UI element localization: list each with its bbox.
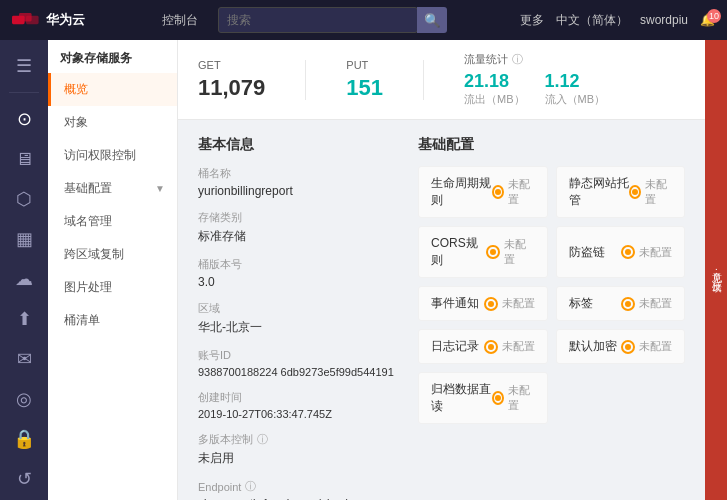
- label-version: 桶版本号: [198, 257, 398, 272]
- info-created-time: 创建时间 2019-10-27T06:33:47.745Z: [198, 390, 398, 420]
- sidebar-item-image[interactable]: 图片处理: [48, 271, 177, 304]
- nav-compute[interactable]: 🖥: [4, 141, 44, 177]
- search-input[interactable]: [218, 7, 418, 33]
- config-grid: 生命周期规则 未配置 静态网站托管 未配置: [418, 166, 685, 424]
- outbound-label: 流出（MB）: [464, 92, 525, 107]
- info-account-id: 账号ID 9388700188224 6db9273e5f99d544191: [198, 348, 398, 378]
- info-versioning: 多版本控制 ⓘ 未启用: [198, 432, 398, 467]
- content-area: GET 11,079 PUT 151 流量统计 ⓘ 21.18 流出（MB）: [178, 40, 705, 500]
- notification-badge: 10: [707, 9, 721, 23]
- config-lifecycle-status: 未配置: [492, 177, 535, 207]
- value-account-id: 9388700188224 6db9273e5f99d544191: [198, 366, 398, 378]
- encryption-status-dot[interactable]: [621, 340, 635, 354]
- config-static-website-status: 未配置: [629, 177, 672, 207]
- hotlink-status-dot[interactable]: [621, 245, 635, 259]
- config-archive-direct-read: 归档数据直读 未配置: [418, 372, 548, 424]
- sidebar-item-access-control[interactable]: 访问权限控制: [48, 139, 177, 172]
- traffic-info-icon[interactable]: ⓘ: [512, 52, 523, 67]
- config-tags-status: 未配置: [621, 296, 672, 311]
- nav-divider: [9, 92, 39, 93]
- sidebar-narrow: ☰ ⊙ 🖥 ⬡ ▦ ☁ ⬆ ✉ ◎ 🔒 ↺: [0, 40, 48, 500]
- sidebar-section-title: 对象存储服务: [48, 40, 177, 73]
- search-bar: 🔍: [218, 7, 508, 33]
- basic-info-panel: 基本信息 桶名称 yurionbillingreport 存储类别 标准存储 桶…: [198, 136, 398, 500]
- get-value: 11,079: [198, 75, 265, 101]
- nav-security[interactable]: 🔒: [4, 421, 44, 457]
- basic-config-title: 基础配置: [418, 136, 685, 154]
- config-hotlink-label: 防盗链: [569, 244, 605, 261]
- value-region: 华北-北京一: [198, 319, 398, 336]
- config-logging: 日志记录 未配置: [418, 329, 548, 364]
- nav-home[interactable]: ⊙: [4, 101, 44, 137]
- config-logging-status: 未配置: [484, 339, 535, 354]
- brand-name: 华为云: [46, 11, 85, 29]
- config-logging-label: 日志记录: [431, 338, 479, 355]
- label-versioning: 多版本控制 ⓘ: [198, 432, 398, 447]
- config-tags: 标签 未配置: [556, 286, 686, 321]
- info-region: 区域 华北-北京一: [198, 301, 398, 336]
- nav-monitor[interactable]: ◎: [4, 381, 44, 417]
- logging-status-text: 未配置: [502, 339, 535, 354]
- config-static-website: 静态网站托管 未配置: [556, 166, 686, 218]
- cors-status-dot[interactable]: [486, 245, 499, 259]
- endpoint-info-icon[interactable]: ⓘ: [245, 479, 256, 494]
- content-body: 基本信息 桶名称 yurionbillingreport 存储类别 标准存储 桶…: [178, 120, 705, 500]
- sidebar-item-basic-config[interactable]: 基础配置 ▼: [48, 172, 177, 205]
- value-storage-type: 标准存储: [198, 228, 398, 245]
- lifecycle-status-text: 未配置: [508, 177, 535, 207]
- config-tags-label: 标签: [569, 295, 593, 312]
- nav-storage[interactable]: ▦: [4, 221, 44, 257]
- nav-menu-toggle[interactable]: ☰: [4, 48, 44, 84]
- value-bucket-name: yurionbillingreport: [198, 184, 398, 198]
- event-notification-status-text: 未配置: [502, 296, 535, 311]
- static-website-status-dot[interactable]: [629, 185, 641, 199]
- config-event-notification-status: 未配置: [484, 296, 535, 311]
- sidebar-item-overview[interactable]: 概览: [48, 73, 177, 106]
- label-account-id: 账号ID: [198, 348, 398, 363]
- info-endpoint: Endpoint ⓘ obs.cn-north-1.myhuaweicloud.…: [198, 479, 398, 500]
- language-selector[interactable]: 中文（简体）: [556, 12, 628, 29]
- label-bucket-name: 桶名称: [198, 166, 398, 181]
- traffic-row: 21.18 流出（MB） 1.12 流入（MB）: [464, 71, 605, 107]
- put-label: PUT: [346, 59, 383, 71]
- stat-traffic: 流量统计 ⓘ 21.18 流出（MB） 1.12 流入（MB）: [464, 52, 605, 107]
- topbar: 华为云 控制台 🔍 更多 中文（简体） swordpiu 🔔 10: [0, 0, 727, 40]
- archive-direct-read-status-dot[interactable]: [492, 391, 504, 405]
- search-button[interactable]: 🔍: [417, 7, 447, 33]
- control-panel-label[interactable]: 控制台: [154, 12, 206, 29]
- event-notification-status-dot[interactable]: [484, 297, 498, 311]
- config-encryption: 默认加密 未配置: [556, 329, 686, 364]
- config-archive-direct-read-label: 归档数据直读: [431, 381, 492, 415]
- config-encryption-status: 未配置: [621, 339, 672, 354]
- stat-put: PUT 151: [346, 59, 383, 101]
- tags-status-text: 未配置: [639, 296, 672, 311]
- username-label[interactable]: swordpiu: [640, 13, 688, 27]
- basic-config-panel: 基础配置 生命周期规则 未配置 静态网站托管 未配置: [418, 136, 685, 500]
- hotlink-status-text: 未配置: [639, 245, 672, 260]
- more-label[interactable]: 更多: [520, 12, 544, 29]
- sidebar-item-domain[interactable]: 域名管理: [48, 205, 177, 238]
- nav-upload[interactable]: ⬆: [4, 301, 44, 337]
- value-version: 3.0: [198, 275, 398, 289]
- notification-icon[interactable]: 🔔 10: [700, 13, 715, 27]
- tags-status-dot[interactable]: [621, 297, 635, 311]
- traffic-label: 流量统计: [464, 52, 508, 67]
- basic-info-title: 基本信息: [198, 136, 398, 154]
- sidebar-item-inventory[interactable]: 桶清单: [48, 304, 177, 337]
- nav-cloud[interactable]: ☁: [4, 261, 44, 297]
- traffic-outbound: 21.18 流出（MB）: [464, 71, 525, 107]
- config-cors-label: CORS规则: [431, 235, 486, 269]
- outbound-value: 21.18: [464, 71, 525, 92]
- sidebar-item-objects[interactable]: 对象: [48, 106, 177, 139]
- feedback-panel[interactable]: 意见·反馈: [705, 40, 727, 500]
- get-label: GET: [198, 59, 265, 71]
- archive-direct-read-status-text: 未配置: [508, 383, 535, 413]
- nav-message[interactable]: ✉: [4, 341, 44, 377]
- lifecycle-status-dot[interactable]: [492, 185, 504, 199]
- sidebar-item-replication[interactable]: 跨区域复制: [48, 238, 177, 271]
- nav-devops[interactable]: ↺: [4, 461, 44, 497]
- versioning-info-icon[interactable]: ⓘ: [257, 432, 268, 447]
- config-hotlink: 防盗链 未配置: [556, 226, 686, 278]
- nav-network[interactable]: ⬡: [4, 181, 44, 217]
- logging-status-dot[interactable]: [484, 340, 498, 354]
